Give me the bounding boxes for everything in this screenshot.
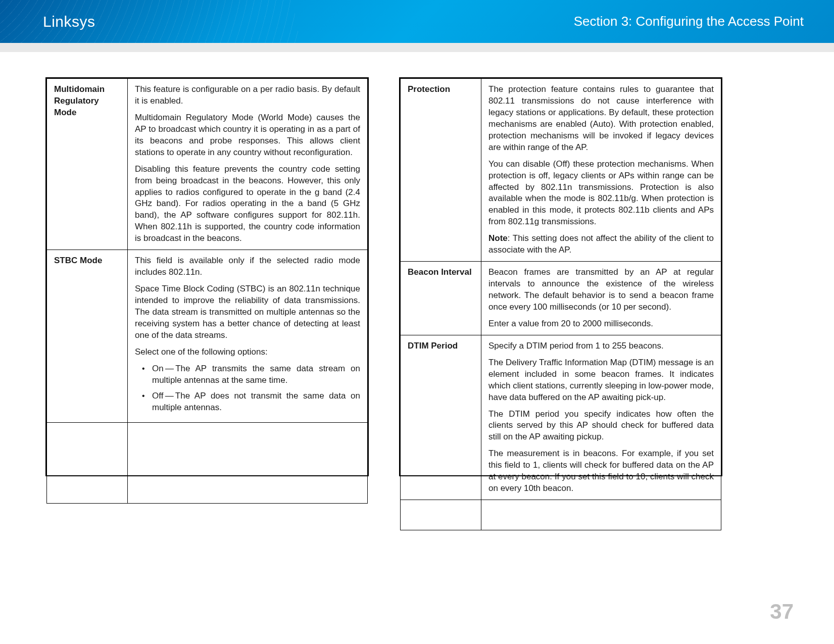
text: The DTIM period you specify indicates ho… (488, 409, 714, 443)
desc-dtim: Specify a DTIM period from 1 to 255 beac… (481, 335, 721, 500)
text: The Delivery Traffic Information Map (DT… (488, 357, 714, 404)
desc-stbc: This field is available only if the sele… (128, 250, 368, 423)
row-stbc: STBC Mode This field is available only i… (47, 250, 368, 423)
page-number: 37 (770, 600, 794, 624)
right-column: Protection The protection feature contai… (399, 77, 722, 476)
text: The protection feature contains rules to… (488, 84, 714, 154)
text: This field is available only if the sele… (135, 255, 360, 278)
note: Note: This setting does not affect the a… (488, 233, 714, 256)
desc-protection: The protection feature contains rules to… (481, 79, 721, 262)
content-columns: Multidomain Regulatory Mode This feature… (0, 52, 834, 476)
note-text: : This setting does not affect the abili… (488, 233, 714, 255)
text: Specify a DTIM period from 1 to 255 beac… (488, 340, 714, 352)
desc-multidomain: This feature is configurable on a per ra… (128, 79, 368, 250)
text: Enter a value from 20 to 2000 millisecon… (488, 318, 714, 330)
filler-row (401, 500, 721, 530)
desc-beacon: Beacon frames are transmitted by an AP a… (481, 262, 721, 335)
row-protection: Protection The protection feature contai… (401, 79, 721, 262)
row-dtim: DTIM Period Specify a DTIM period from 1… (401, 335, 721, 500)
label-dtim: DTIM Period (401, 335, 481, 500)
filler-cell (128, 423, 368, 504)
section-title: Section 3: Configuring the Access Point (574, 14, 804, 29)
text: This feature is configurable on a per ra… (135, 84, 360, 107)
note-label: Note (488, 233, 508, 243)
row-beacon: Beacon Interval Beacon frames are transm… (401, 262, 721, 335)
text: You can disable (Off) these protection m… (488, 159, 714, 228)
filler-cell (401, 500, 481, 530)
text: Disabling this feature prevents the coun… (135, 164, 360, 245)
label-beacon: Beacon Interval (401, 262, 481, 335)
stbc-options: On — The AP transmits the same data stre… (135, 363, 360, 414)
filler-row (47, 423, 368, 504)
label-protection: Protection (401, 79, 481, 262)
filler-cell (481, 500, 721, 530)
label-multidomain: Multidomain Regulatory Mode (47, 79, 128, 250)
text: Select one of the following options: (135, 346, 360, 358)
list-item: On — The AP transmits the same data stre… (142, 363, 360, 386)
text: Multidomain Regulatory Mode (World Mode)… (135, 112, 360, 159)
row-multidomain: Multidomain Regulatory Mode This feature… (47, 79, 368, 250)
brand-name: Linksys (43, 13, 95, 30)
text: Beacon frames are transmitted by an AP a… (488, 267, 714, 313)
page-header: Linksys Section 3: Configuring the Acces… (0, 0, 834, 43)
list-item: Off — The AP does not transmit the same … (142, 390, 360, 414)
left-table: Multidomain Regulatory Mode This feature… (46, 78, 368, 504)
header-underline (0, 43, 834, 52)
label-stbc: STBC Mode (47, 250, 128, 423)
text: The measurement is in beacons. For examp… (488, 448, 714, 494)
left-column: Multidomain Regulatory Mode This feature… (45, 77, 369, 476)
text: Space Time Block Coding (STBC) is an 802… (135, 283, 360, 341)
filler-cell (47, 423, 128, 504)
right-table: Protection The protection feature contai… (400, 78, 721, 530)
